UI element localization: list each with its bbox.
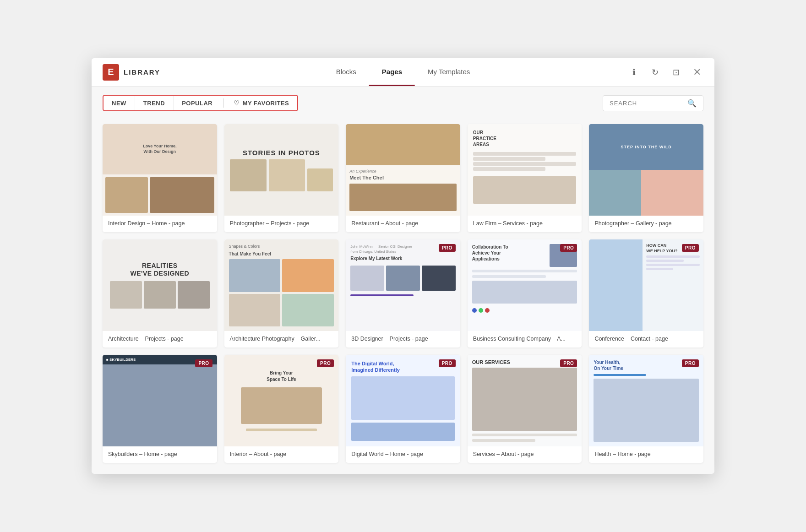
pro-badge-biz: PRO xyxy=(560,244,577,252)
logo-area: E LIBRARY xyxy=(103,64,167,81)
pro-badge-health: PRO xyxy=(682,359,699,367)
card-thumb-interior2: PRO Bring YourSpace To Life xyxy=(224,355,339,446)
card-label-interior2: Interior – About - page xyxy=(224,446,339,463)
heart-icon: ♡ xyxy=(234,99,240,107)
card-photographer-projects[interactable]: STORIES IN PHOTOS Photographer – Project… xyxy=(224,124,339,232)
main-tabs: Blocks Pages My Templates xyxy=(323,58,483,86)
card-label-arch-photo-gallery: Architecture Photography – Galler... xyxy=(224,331,339,347)
card-arch-photo-gallery[interactable]: Shapes & Colors That Make You Feel Archi… xyxy=(224,239,339,347)
card-label-3d-designer: 3D Designer – Projects - page xyxy=(346,331,460,347)
info-icon[interactable]: ℹ xyxy=(627,66,640,79)
card-thumb-architecture-projects: REALITIESWE'VE DESIGNED xyxy=(103,239,217,331)
close-button[interactable]: ✕ xyxy=(691,66,703,79)
card-label-our-services: Services – About - page xyxy=(468,446,582,463)
tab-my-templates[interactable]: My Templates xyxy=(415,58,483,86)
card-thumb-restaurant: An Experience Meet The Chef xyxy=(346,124,460,216)
header: E LIBRARY Blocks Pages My Templates ℹ ↻ … xyxy=(92,58,714,87)
card-label-restaurant: Restaurant – About - page xyxy=(346,216,460,232)
card-photographer-gallery[interactable]: STEP INTO THE WILD Photographer – Galler… xyxy=(589,124,703,232)
tab-pages[interactable]: Pages xyxy=(369,58,415,86)
card-label-architecture-projects: Architecture – Projects - page xyxy=(103,331,217,347)
pro-badge-sky: PRO xyxy=(195,359,212,367)
filter-popular[interactable]: POPULAR xyxy=(174,96,221,110)
card-label-business-consulting: Business Consulting Company – A... xyxy=(468,331,582,347)
save-icon[interactable]: ⊡ xyxy=(670,66,682,79)
search-input[interactable] xyxy=(610,100,683,107)
pro-badge-svc: PRO xyxy=(560,359,577,367)
favorites-label: MY FAVORITES xyxy=(243,100,289,107)
pro-badge-3d: PRO xyxy=(439,244,456,252)
card-thumb-our-services: PRO OUR SERVICES xyxy=(468,355,582,446)
card-thumb-business-consulting: PRO Collaboration ToAchieve YourApplicat… xyxy=(468,239,582,331)
card-thumb-health: PRO Your Health,On Your Time xyxy=(589,355,703,446)
card-law-firm[interactable]: OURPRACTICEAREAS Law Firm – Services - p… xyxy=(468,124,582,232)
card-thumb-digital-world: PRO The Digital World,Imagined Different… xyxy=(346,355,460,446)
library-title: LIBRARY xyxy=(124,68,160,76)
template-grid-container: Love Your Home,With Our Design Interior … xyxy=(92,119,714,474)
pro-badge-conf: PRO xyxy=(682,244,699,252)
card-business-consulting[interactable]: PRO Collaboration ToAchieve YourApplicat… xyxy=(468,239,582,347)
card-label-digital-world: Digital World – Home - page xyxy=(346,446,460,463)
card-label-photographer-gallery: Photographer – Gallery - page xyxy=(589,216,703,232)
card-interior-design[interactable]: Love Your Home,With Our Design Interior … xyxy=(103,124,217,232)
card-thumb-law-firm: OURPRACTICEAREAS xyxy=(468,124,582,216)
search-icon: 🔍 xyxy=(687,99,697,108)
card-digital-world[interactable]: PRO The Digital World,Imagined Different… xyxy=(346,355,460,463)
refresh-icon[interactable]: ↻ xyxy=(648,66,661,79)
filter-pills-group: NEW TREND POPULAR ♡ MY FAVORITES xyxy=(103,95,298,111)
header-actions: ℹ ↻ ⊡ ✕ xyxy=(627,66,703,79)
card-label-interior-design: Interior Design – Home - page xyxy=(103,216,217,232)
filter-trend[interactable]: TREND xyxy=(135,96,174,110)
pro-badge-dig: PRO xyxy=(439,359,456,367)
tab-blocks[interactable]: Blocks xyxy=(323,58,369,86)
search-area[interactable]: 🔍 xyxy=(603,95,703,111)
card-skybuilders[interactable]: PRO ■ SKYBUILDERS Skybuilders – Home - p… xyxy=(103,355,217,463)
card-3d-designer[interactable]: PRO John McWinn — Senior CGI Designerfro… xyxy=(346,239,460,347)
filter-new[interactable]: NEW xyxy=(103,96,135,110)
filter-bar: NEW TREND POPULAR ♡ MY FAVORITES 🔍 xyxy=(92,87,714,119)
card-thumb-arch-photo-gallery: Shapes & Colors That Make You Feel xyxy=(224,239,339,331)
card-our-services[interactable]: PRO OUR SERVICES Services – About - page xyxy=(468,355,582,463)
template-grid: Love Your Home,With Our Design Interior … xyxy=(103,124,703,463)
card-restaurant[interactable]: An Experience Meet The Chef Restaurant –… xyxy=(346,124,460,232)
card-interior2[interactable]: PRO Bring YourSpace To Life Interior – A… xyxy=(224,355,339,463)
card-thumb-photographer-gallery: STEP INTO THE WILD xyxy=(589,124,703,216)
card-thumb-conference-contact: PRO HOW CANWE HELP YOU? xyxy=(589,239,703,331)
library-modal: E LIBRARY Blocks Pages My Templates ℹ ↻ … xyxy=(92,58,714,474)
pro-badge-int2: PRO xyxy=(317,359,334,367)
card-thumb-interior-design: Love Your Home,With Our Design xyxy=(103,124,217,216)
card-thumb-3d-designer: PRO John McWinn — Senior CGI Designerfro… xyxy=(346,239,460,331)
filter-favorites[interactable]: ♡ MY FAVORITES xyxy=(225,96,297,110)
card-label-skybuilders: Skybuilders – Home - page xyxy=(103,446,217,463)
card-label-law-firm: Law Firm – Services - page xyxy=(468,216,582,232)
card-health[interactable]: PRO Your Health,On Your Time Health – Ho… xyxy=(589,355,703,463)
card-label-photographer-projects: Photographer – Projects - page xyxy=(224,216,339,232)
elementor-logo-icon: E xyxy=(103,64,119,81)
card-label-conference-contact: Conference – Contact - page xyxy=(589,331,703,347)
card-label-health: Health – Home - page xyxy=(589,446,703,463)
card-thumb-photographer-projects: STORIES IN PHOTOS xyxy=(224,124,339,216)
filter-divider xyxy=(223,98,223,108)
card-architecture-projects[interactable]: REALITIESWE'VE DESIGNED Architecture – P… xyxy=(103,239,217,347)
card-thumb-skybuilders: PRO ■ SKYBUILDERS xyxy=(103,355,217,446)
card-conference-contact[interactable]: PRO HOW CANWE HELP YOU? xyxy=(589,239,703,347)
